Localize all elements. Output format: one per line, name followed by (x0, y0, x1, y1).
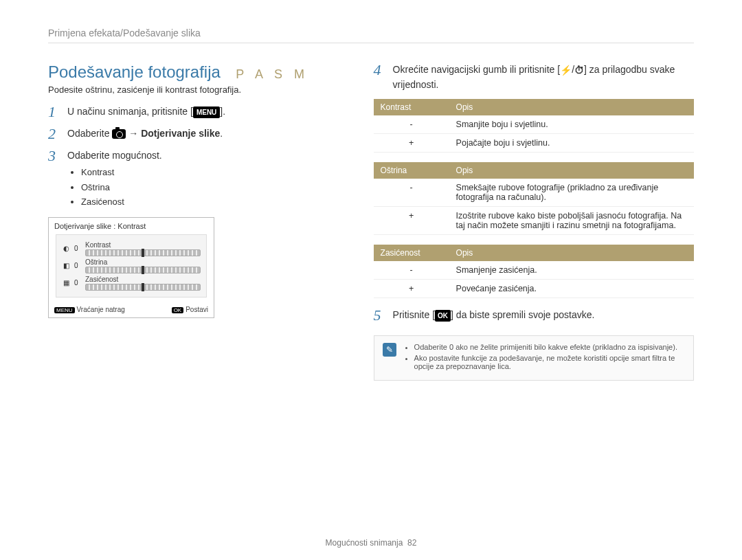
step-number-2: 2 (48, 126, 67, 142)
option-kontrast: Kontrast (81, 166, 333, 179)
screen-title: Dotjerivanje slike : Kontrast (49, 218, 214, 234)
option-zasicenost: Zasićenost (81, 195, 333, 209)
slider-bar (85, 284, 201, 291)
page-footer: Mogućnosti snimanja 82 (0, 538, 742, 548)
subtitle: Podesite oštrinu, zasićenje ili kontrast… (48, 85, 333, 95)
menu-icon: MENU (193, 107, 220, 118)
table-zasicenost: ZasićenostOpis -Smanjenje zasićenja. +Po… (374, 245, 694, 298)
note-icon: ✎ (383, 343, 396, 357)
note-item: Ako postavite funkcije za podešavanje, n… (414, 354, 685, 370)
step-number-5: 5 (374, 308, 393, 323)
note-item: Odaberite 0 ako ne želite primijeniti bi… (414, 343, 685, 351)
slider-bar (85, 249, 201, 256)
table-row: -Smekšajte rubove fotografije (prikladno… (374, 179, 694, 207)
step-number-4: 4 (374, 63, 393, 78)
slider-row-kontrast: ◐ 0 Kontrast (62, 241, 201, 256)
step-3: Odaberite mogućnost. Kontrast Oštrina Za… (67, 148, 333, 210)
table-row: -Smanjenje zasićenja. (374, 261, 694, 280)
mode-indicator: P A S M (236, 67, 308, 82)
step-number-1: 1 (48, 104, 67, 120)
step-1: U načinu snimanja, pritisnite [MENU]. (67, 104, 333, 119)
note-box: ✎ Odaberite 0 ako ne želite primijeniti … (374, 335, 694, 381)
contrast-icon: ◐ (62, 245, 70, 252)
breadcrumb: Primjena efekata/Podešavanje slika (48, 27, 694, 43)
table-row: +Povećanje zasićenja. (374, 279, 694, 298)
camera-icon (112, 129, 126, 139)
table-row: +Pojačajte boju i svjetlinu. (374, 133, 694, 152)
slider-bar (85, 267, 201, 273)
table-ostrina: OštrinaOpis -Smekšajte rubove fotografij… (374, 162, 694, 235)
table-row: +Izoštrite rubove kako biste poboljšali … (374, 206, 694, 234)
step-2: Odaberite → Dotjerivanje slike. (67, 126, 333, 141)
ok-icon: OK (435, 310, 451, 322)
step-number-3: 3 (48, 148, 67, 164)
table-kontrast: KontrastOpis -Smanjite boju i svjetlinu.… (374, 99, 694, 153)
screen-back: MENUVraćanje natrag (54, 306, 125, 313)
table-row: -Smanjite boju i svjetlinu. (374, 115, 694, 134)
flash-icon: ⚡ (560, 63, 572, 78)
page-title: Podešavanje fotografija (48, 63, 221, 82)
slider-row-ostrina: ◧ 0 Oštrina (62, 258, 201, 273)
timer-icon: ⏱ (574, 63, 584, 78)
camera-screen-preview: Dotjerivanje slike : Kontrast ◐ 0 Kontra… (48, 217, 214, 318)
option-ostrina: Oštrina (81, 181, 333, 194)
sharpness-icon: ◧ (62, 262, 70, 269)
step-5: Pritisnite [OK] da biste spremili svoje … (393, 308, 694, 322)
screen-set: OKPostavi (172, 306, 208, 313)
slider-row-zasicenost: ▦ 0 Zasićenost (62, 276, 201, 291)
step-4: Okrećite navigacijski gumb ili pritisnit… (393, 63, 694, 92)
saturation-icon: ▦ (62, 279, 70, 287)
